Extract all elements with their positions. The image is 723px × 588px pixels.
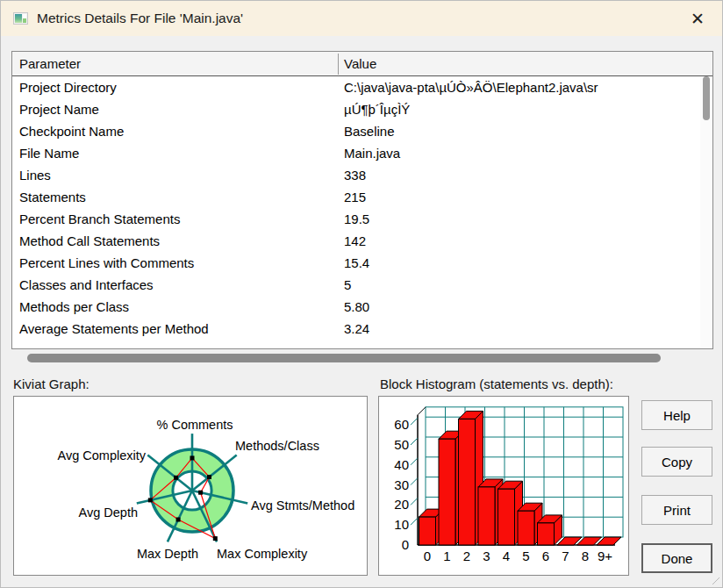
table-row[interactable]: Method Call Statements142 <box>12 230 700 252</box>
vertical-scrollbar-thumb[interactable] <box>703 76 710 120</box>
parameter-cell: Percent Branch Statements <box>19 208 335 230</box>
metrics-details-dialog: Metrics Details For File 'Main.java' ✕ P… <box>0 0 723 588</box>
app-icon <box>13 12 28 25</box>
resize-grip[interactable] <box>710 575 720 585</box>
svg-text:Avg Stmts/Method: Avg Stmts/Method <box>251 498 354 513</box>
svg-text:Max Complexity: Max Complexity <box>217 547 308 561</box>
parameter-cell: Project Directory <box>19 76 335 98</box>
parameter-cell: Percent Lines with Comments <box>19 252 335 274</box>
value-cell: 5 <box>344 274 698 296</box>
value-cell: 5.80 <box>344 296 698 318</box>
value-cell: 19.5 <box>344 208 698 230</box>
parameter-cell: Methods per Class <box>19 296 335 318</box>
svg-text:50: 50 <box>394 437 409 452</box>
table-row[interactable]: Percent Lines with Comments15.4 <box>12 252 700 274</box>
column-divider[interactable] <box>338 54 339 75</box>
close-button[interactable]: ✕ <box>680 1 715 36</box>
value-cell: Baseline <box>344 120 698 142</box>
column-header-value[interactable]: Value <box>344 52 376 76</box>
svg-text:7: 7 <box>562 549 569 563</box>
column-header-parameter[interactable]: Parameter <box>19 52 81 76</box>
table-header: Parameter Value <box>12 52 712 76</box>
svg-text:3: 3 <box>483 549 490 563</box>
title-bar: Metrics Details For File 'Main.java' ✕ <box>1 1 723 36</box>
svg-text:0: 0 <box>424 549 431 563</box>
vertical-scrollbar[interactable] <box>700 76 712 348</box>
table-row[interactable]: Classes and Interfaces5 <box>12 274 700 296</box>
value-cell: 215 <box>344 186 698 208</box>
help-button[interactable]: Help <box>641 400 712 430</box>
parameter-cell: File Name <box>19 142 335 164</box>
svg-text:Methods/Class: Methods/Class <box>235 439 319 453</box>
horizontal-scrollbar[interactable] <box>11 352 713 364</box>
metrics-table: Parameter Value Project DirectoryC:\java… <box>11 51 713 349</box>
svg-text:Avg Depth: Avg Depth <box>79 506 138 520</box>
value-cell: 142 <box>344 230 698 252</box>
histogram-section-label: Block Histogram (statements vs. depth): <box>380 376 613 391</box>
done-button[interactable]: Done <box>641 543 712 573</box>
value-cell: C:\java\java-pta\µÚÒ»ÂÖ\Elephant2.java\s… <box>344 76 698 98</box>
block-histogram-chart: 01020304050600123456789+ <box>379 397 628 575</box>
parameter-cell: Checkpoint Name <box>19 120 335 142</box>
parameter-cell: Classes and Interfaces <box>19 274 335 296</box>
svg-text:0: 0 <box>402 537 409 552</box>
table-row[interactable]: Project DirectoryC:\java\java-pta\µÚÒ»ÂÖ… <box>12 76 700 98</box>
parameter-cell: Average Statements per Method <box>19 318 335 340</box>
svg-text:60: 60 <box>394 417 409 432</box>
kiviat-section-label: Kiviat Graph: <box>13 376 89 391</box>
svg-text:30: 30 <box>394 477 409 492</box>
value-cell: Main.java <box>344 142 698 164</box>
print-button[interactable]: Print <box>641 495 712 525</box>
svg-text:40: 40 <box>394 457 409 472</box>
svg-text:Avg Complexity: Avg Complexity <box>58 448 147 463</box>
table-row[interactable]: Average Statements per Method3.24 <box>12 318 700 340</box>
table-row[interactable]: Percent Branch Statements19.5 <box>12 208 700 230</box>
svg-text:4: 4 <box>503 549 510 563</box>
value-cell: µÚ¶þ´ÎµçÌÝ <box>344 98 698 120</box>
table-row[interactable]: Statements215 <box>12 186 700 208</box>
parameter-cell: Statements <box>19 186 335 208</box>
horizontal-scrollbar-thumb[interactable] <box>27 354 661 362</box>
svg-text:% Comments: % Comments <box>156 418 233 432</box>
svg-text:2: 2 <box>463 549 470 563</box>
table-row[interactable]: Lines338 <box>12 164 700 186</box>
kiviat-panel: % CommentsMethods/ClassAvg Stmts/MethodM… <box>13 396 368 576</box>
table-row[interactable]: File NameMain.java <box>12 142 700 164</box>
svg-text:6: 6 <box>542 549 549 563</box>
svg-text:5: 5 <box>522 549 529 563</box>
table-row[interactable]: Project NameµÚ¶þ´ÎµçÌÝ <box>12 98 700 120</box>
kiviat-chart: % CommentsMethods/ClassAvg Stmts/MethodM… <box>14 397 367 575</box>
parameter-cell: Lines <box>19 164 335 186</box>
copy-button[interactable]: Copy <box>641 447 712 477</box>
value-cell: 338 <box>344 164 698 186</box>
value-cell: 3.24 <box>344 318 698 340</box>
svg-text:9+: 9+ <box>598 549 612 563</box>
svg-text:8: 8 <box>582 549 589 563</box>
histogram-panel: 01020304050600123456789+ <box>378 396 629 576</box>
table-row[interactable]: Checkpoint NameBaseline <box>12 120 700 142</box>
svg-text:10: 10 <box>394 517 409 532</box>
window-title: Metrics Details For File 'Main.java' <box>37 11 243 26</box>
table-body: Project DirectoryC:\java\java-pta\µÚÒ»ÂÖ… <box>12 76 700 348</box>
parameter-cell: Project Name <box>19 98 335 120</box>
parameter-cell: Method Call Statements <box>19 230 335 252</box>
value-cell: 15.4 <box>344 252 698 274</box>
svg-text:1: 1 <box>443 549 450 563</box>
svg-text:Max Depth: Max Depth <box>137 547 198 561</box>
svg-text:20: 20 <box>394 497 409 512</box>
table-row[interactable]: Methods per Class5.80 <box>12 296 700 318</box>
close-icon: ✕ <box>691 9 705 29</box>
